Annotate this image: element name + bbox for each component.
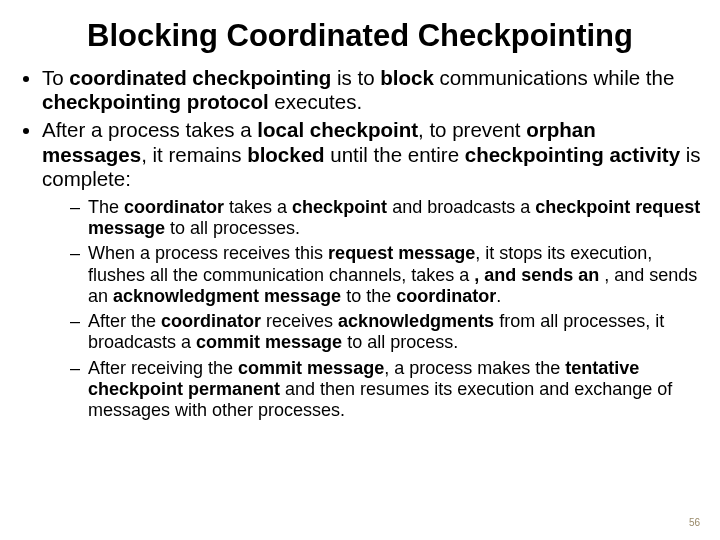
sub-bullet-list: The coordinator takes a checkpoint and b…: [42, 197, 706, 421]
sub-bullet-item: After the coordinator receives acknowled…: [70, 311, 706, 353]
bullet-item: To coordinated checkpointing is to block…: [42, 66, 712, 114]
bullet-item: After a process takes a local checkpoint…: [42, 118, 712, 421]
sub-bullet-item: The coordinator takes a checkpoint and b…: [70, 197, 706, 239]
sub-bullet-item: When a process receives this request mes…: [70, 243, 706, 307]
slide-title: Blocking Coordinated Checkpointing: [8, 18, 712, 54]
sub-bullet-item: After receiving the commit message, a pr…: [70, 358, 706, 422]
page-number: 56: [689, 517, 700, 528]
bullet-list: To coordinated checkpointing is to block…: [8, 66, 712, 421]
